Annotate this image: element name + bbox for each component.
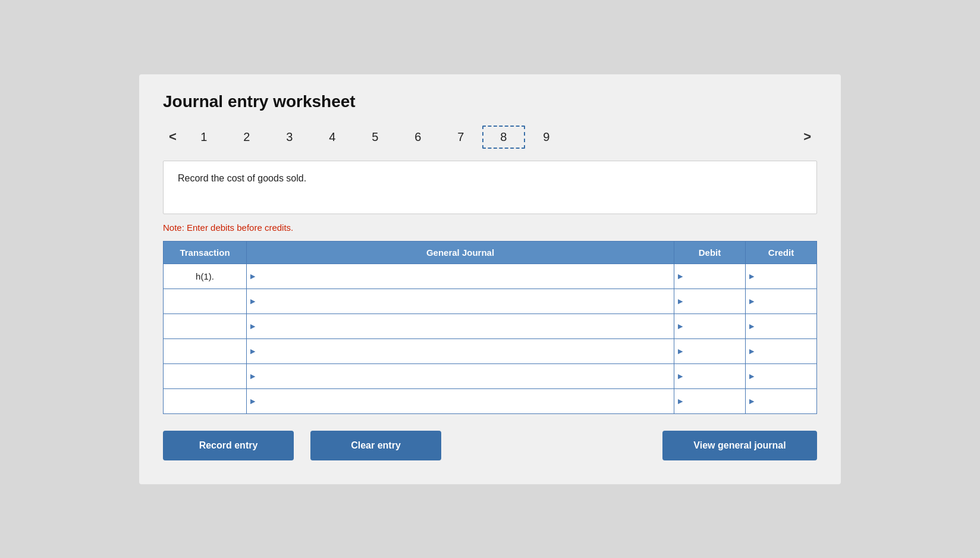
- instruction-text: Record the cost of goods sold.: [178, 173, 306, 183]
- input-debit-1[interactable]: [674, 289, 745, 314]
- input-journal-5[interactable]: [247, 389, 674, 413]
- input-debit-0[interactable]: [674, 264, 745, 289]
- page-title: Journal entry worksheet: [163, 92, 817, 111]
- cell-transaction-5: [164, 388, 247, 413]
- input-credit-5[interactable]: [746, 389, 816, 413]
- input-journal-0[interactable]: [247, 264, 674, 289]
- view-general-journal-button[interactable]: View general journal: [662, 431, 817, 460]
- cell-credit-0[interactable]: [746, 264, 817, 289]
- table-header-row: Transaction General Journal Debit Credit: [164, 241, 817, 264]
- record-entry-button[interactable]: Record entry: [163, 431, 294, 460]
- input-debit-5[interactable]: [674, 389, 745, 413]
- nav-num-6[interactable]: 6: [397, 127, 439, 148]
- input-debit-2[interactable]: [674, 314, 745, 338]
- cell-debit-1[interactable]: [674, 289, 746, 314]
- cell-credit-5[interactable]: [746, 388, 817, 413]
- note-text: Note: Enter debits before credits.: [163, 222, 817, 233]
- clear-entry-button[interactable]: Clear entry: [310, 431, 441, 460]
- nav-num-9[interactable]: 9: [525, 127, 568, 148]
- input-credit-0[interactable]: [746, 264, 816, 289]
- buttons-row: Record entry Clear entry View general jo…: [163, 431, 817, 460]
- input-journal-1[interactable]: [247, 289, 674, 314]
- nav-num-7[interactable]: 7: [439, 127, 482, 148]
- nav-row: < 1 2 3 4 5 6 7 8 9 >: [163, 126, 817, 149]
- col-header-transaction: Transaction: [164, 241, 247, 264]
- cell-journal-0[interactable]: [247, 264, 674, 289]
- cell-journal-4[interactable]: [247, 363, 674, 388]
- nav-num-1[interactable]: 1: [183, 127, 225, 148]
- cell-credit-4[interactable]: [746, 363, 817, 388]
- input-credit-4[interactable]: [746, 364, 816, 388]
- cell-debit-0[interactable]: [674, 264, 746, 289]
- cell-transaction-3: [164, 338, 247, 363]
- input-journal-2[interactable]: [247, 314, 674, 338]
- cell-transaction-2: [164, 314, 247, 338]
- cell-transaction-4: [164, 363, 247, 388]
- table-row: [164, 338, 817, 363]
- journal-worksheet-container: Journal entry worksheet < 1 2 3 4 5 6 7 …: [139, 74, 841, 484]
- nav-num-3[interactable]: 3: [268, 127, 311, 148]
- cell-credit-3[interactable]: [746, 338, 817, 363]
- col-header-journal: General Journal: [247, 241, 674, 264]
- cell-debit-2[interactable]: [674, 314, 746, 338]
- nav-num-4[interactable]: 4: [311, 127, 354, 148]
- instruction-box: Record the cost of goods sold.: [163, 161, 817, 214]
- input-journal-3[interactable]: [247, 339, 674, 363]
- table-row: [164, 363, 817, 388]
- nav-prev-button[interactable]: <: [163, 129, 183, 145]
- input-credit-3[interactable]: [746, 339, 816, 363]
- cell-transaction-1: [164, 289, 247, 314]
- nav-num-5[interactable]: 5: [354, 127, 397, 148]
- input-debit-4[interactable]: [674, 364, 745, 388]
- input-journal-4[interactable]: [247, 364, 674, 388]
- cell-debit-3[interactable]: [674, 338, 746, 363]
- nav-num-2[interactable]: 2: [225, 127, 268, 148]
- col-header-credit: Credit: [746, 241, 817, 264]
- input-credit-2[interactable]: [746, 314, 816, 338]
- table-row: h(1).: [164, 264, 817, 289]
- table-row: [164, 388, 817, 413]
- nav-numbers: 1 2 3 4 5 6 7 8 9: [183, 126, 797, 149]
- cell-transaction-0: h(1).: [164, 264, 247, 289]
- input-credit-1[interactable]: [746, 289, 816, 314]
- table-row: [164, 314, 817, 338]
- cell-journal-3[interactable]: [247, 338, 674, 363]
- cell-journal-2[interactable]: [247, 314, 674, 338]
- table-row: [164, 289, 817, 314]
- cell-journal-1[interactable]: [247, 289, 674, 314]
- nav-num-8[interactable]: 8: [482, 126, 525, 149]
- cell-debit-4[interactable]: [674, 363, 746, 388]
- col-header-debit: Debit: [674, 241, 746, 264]
- journal-table: Transaction General Journal Debit Credit…: [163, 241, 817, 414]
- cell-credit-1[interactable]: [746, 289, 817, 314]
- cell-credit-2[interactable]: [746, 314, 817, 338]
- nav-next-button[interactable]: >: [797, 129, 817, 145]
- input-debit-3[interactable]: [674, 339, 745, 363]
- cell-journal-5[interactable]: [247, 388, 674, 413]
- cell-debit-5[interactable]: [674, 388, 746, 413]
